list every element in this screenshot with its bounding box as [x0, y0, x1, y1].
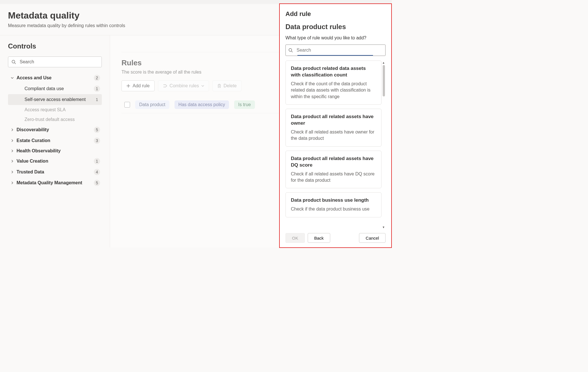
tree-group-discoverability[interactable]: Discoverability 5 — [8, 124, 102, 135]
chevron-right-icon — [10, 181, 15, 184]
svg-line-1 — [15, 63, 16, 64]
plus-icon — [126, 84, 130, 88]
tree-group-trusted-data[interactable]: Trusted Data 4 — [8, 167, 102, 177]
tree-group-label: Metadata Quality Management — [17, 180, 94, 185]
panel-question: What type of rule would you like to add? — [285, 35, 386, 41]
combine-icon — [163, 84, 167, 88]
cancel-button[interactable]: Cancel — [359, 233, 386, 243]
svg-point-2 — [289, 48, 292, 51]
rule-value-pill: Is true — [234, 100, 255, 109]
rule-option-desc: Check if all related assets have DQ scor… — [291, 171, 376, 184]
chevron-right-icon — [10, 160, 15, 163]
tree-group-metadata-quality-mgmt[interactable]: Metadata Quality Management 5 — [8, 177, 102, 188]
tree-item-access-request-sla: Access request SLA — [8, 105, 102, 115]
panel-body: Add rule Data product rules What type of… — [280, 4, 391, 229]
add-rule-panel: Add rule Data product rules What type of… — [279, 3, 392, 248]
tree-count-badge: 3 — [94, 138, 100, 144]
panel-footer: OK Back Cancel — [280, 229, 391, 247]
tree-group-label: Value Creation — [17, 159, 94, 164]
rule-option-desc: Check if all related assets have owner f… — [291, 129, 376, 142]
rule-field-pill: Has data access policy — [175, 100, 229, 109]
tree-count-badge: 1 — [94, 96, 100, 103]
svg-point-0 — [12, 60, 15, 63]
tree-item-label: Compliant data use — [25, 86, 94, 91]
rule-option-title: Data product all related assets have own… — [291, 114, 376, 127]
rule-checkbox[interactable] — [124, 102, 130, 108]
chevron-right-icon — [10, 149, 15, 152]
search-icon — [288, 48, 293, 52]
tree-item-label: Zero-trust default access — [25, 117, 100, 122]
rule-option-title: Data product business use length — [291, 197, 376, 204]
sidebar-search — [8, 56, 102, 67]
tree-item-compliant-data-use[interactable]: Compliant data use 1 — [8, 83, 102, 94]
sidebar: Controls Access and Use 2 Compliant da — [0, 35, 110, 247]
tree-count-badge: 5 — [94, 127, 100, 133]
tree-group-label: Access and Use — [17, 75, 94, 80]
svg-line-3 — [291, 51, 293, 52]
rule-option-card[interactable]: Data product related data assets with cl… — [285, 60, 382, 105]
app-root: Metadata quality Measure metadata qualit… — [0, 0, 392, 248]
ok-button: OK — [285, 233, 305, 243]
rule-entity-pill: Data product — [135, 100, 169, 109]
tree-group-estate-curation[interactable]: Estate Curation 3 — [8, 135, 102, 146]
tree-group-label: Estate Curation — [17, 138, 94, 143]
rule-option-desc: Check if the count of the data product r… — [291, 81, 376, 100]
tree-item-self-serve-access[interactable]: Self-serve access enablement 1 — [8, 94, 102, 105]
combine-rules-button: Combine rules — [158, 80, 209, 91]
tree-count-badge: 4 — [94, 169, 100, 175]
trash-icon — [217, 84, 221, 88]
tree-count-badge: 5 — [94, 180, 100, 186]
chevron-down-icon — [201, 84, 204, 87]
rule-option-title: Data product all related assets have DQ … — [291, 155, 376, 169]
rule-option-card[interactable]: Data product all related assets have DQ … — [285, 151, 382, 189]
sidebar-search-input[interactable] — [8, 56, 102, 67]
chevron-down-icon — [10, 76, 15, 79]
tree-item-label: Access request SLA — [25, 107, 100, 112]
panel-search-input[interactable] — [285, 45, 386, 56]
scroll-thumb[interactable] — [383, 65, 385, 96]
sidebar-title: Controls — [8, 42, 102, 50]
add-rule-button[interactable]: Add rule — [121, 80, 155, 91]
panel-subtitle: Data product rules — [285, 23, 386, 31]
tree-group-label: Trusted Data — [17, 169, 94, 175]
tree-group-access-and-use[interactable]: Access and Use 2 — [8, 72, 102, 83]
tree-group-label: Health Observability — [17, 148, 100, 153]
controls-tree: Access and Use 2 Compliant data use 1 Se… — [8, 72, 102, 188]
button-label: Delete — [224, 83, 237, 88]
search-icon — [11, 60, 16, 64]
tree-item-zero-trust: Zero-trust default access — [8, 115, 102, 124]
scroll-up-arrow[interactable]: ▲ — [382, 60, 386, 64]
rule-option-card[interactable]: Data product business use length Check i… — [285, 192, 382, 217]
panel-title: Add rule — [285, 10, 386, 18]
chevron-right-icon — [10, 128, 15, 131]
tree-group-health-observability[interactable]: Health Observability — [8, 146, 102, 156]
scroll-down-arrow[interactable]: ▼ — [382, 225, 386, 229]
delete-button: Delete — [212, 80, 242, 91]
rule-option-desc: Check if the data product business use — [291, 206, 376, 212]
tree-item-label: Self-serve access enablement — [25, 97, 94, 102]
chevron-right-icon — [10, 171, 15, 173]
rule-options-list: ▲ ▼ Data product related data assets wit… — [285, 60, 386, 229]
panel-search — [285, 45, 386, 56]
back-button[interactable]: Back — [308, 233, 330, 243]
button-label: Combine rules — [170, 83, 199, 88]
tree-group-label: Discoverability — [17, 127, 94, 132]
focus-underline — [297, 55, 373, 56]
tree-group-value-creation[interactable]: Value Creation 1 — [8, 156, 102, 167]
button-label: Add rule — [133, 83, 150, 88]
chevron-right-icon — [10, 139, 15, 142]
rule-option-title: Data product related data assets with cl… — [291, 65, 376, 78]
tree-count-badge: 1 — [94, 86, 100, 92]
tree-count-badge: 1 — [94, 158, 100, 164]
rule-option-card[interactable]: Data product all related assets have own… — [285, 109, 382, 147]
tree-count-badge: 2 — [94, 75, 100, 81]
